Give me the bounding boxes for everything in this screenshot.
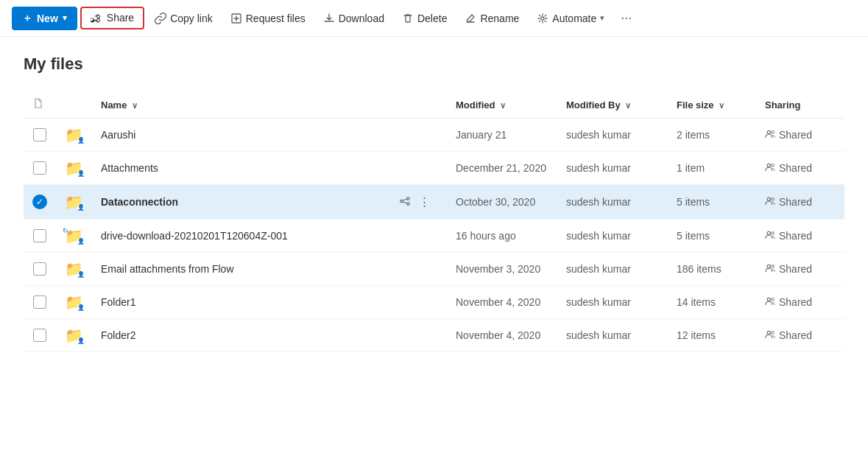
row-name-text: Dataconnection [101,196,178,208]
row-modified-by: sudesh kumar [557,152,668,185]
link-icon [155,12,166,25]
share-button[interactable]: Share [80,7,144,29]
download-button[interactable]: Download [316,7,392,29]
row-file-size: 5 items [668,185,756,220]
more-options-button[interactable]: ··· [615,6,638,30]
file-list: Name ∨ Modified ∨ Modified By ∨ File siz… [24,91,844,352]
row-name-cell[interactable]: Folder2 [92,319,388,352]
svg-line-9 [403,198,406,200]
automate-icon [537,12,548,25]
svg-point-18 [772,298,775,301]
row-sharing: Shared [756,152,844,185]
row-name-cell[interactable]: Email attachments from Flow [92,253,388,286]
table-row[interactable]: ✓ 📁 👤 Dataconnection ⋮ [24,185,844,220]
folder-icon: 📁 👤 [65,326,83,344]
file-size-header-label: File size [677,99,714,111]
row-name-cell[interactable]: Attachments [92,152,388,185]
table-row[interactable]: 📁 👤 Attachments December 21, 2020sudesh … [24,152,844,185]
request-files-button[interactable]: Request files [223,7,313,29]
sharing-people-icon [765,196,775,209]
row-modified-by: sudesh kumar [557,185,668,220]
row-modified: November 4, 2020 [447,319,557,352]
table-row[interactable]: 📁 👤 ↻ drive-download-20210201T120604Z-00… [24,220,844,253]
toolbar: ＋ New ▾ Share Copy link Request f [0,0,868,37]
delete-button[interactable]: Delete [395,7,454,29]
new-button[interactable]: ＋ New ▾ [12,7,77,30]
row-checkbox[interactable] [24,286,56,319]
row-actions-cell: ⋮ [388,185,447,220]
more-icon: ··· [621,10,632,26]
rename-icon [465,12,476,25]
file-size-header[interactable]: File size ∨ [668,91,756,119]
row-checkbox[interactable] [24,253,56,286]
unchecked-icon [33,161,46,175]
row-folder-icon: 📁 👤 [56,152,92,185]
row-modified-by: sudesh kumar [557,319,668,352]
plus-icon: ＋ [22,12,32,25]
delete-label: Delete [417,13,447,24]
svg-point-12 [772,197,775,200]
row-checkbox[interactable]: ✓ [24,185,56,220]
row-file-size: 14 items [668,286,756,319]
row-name-cell[interactable]: Dataconnection [92,185,388,220]
copy-link-button[interactable]: Copy link [147,7,220,29]
automate-label: Automate [552,13,596,24]
row-name-cell[interactable]: Folder1 [92,286,388,319]
row-modified-by: sudesh kumar [557,253,668,286]
row-checkbox[interactable] [24,152,56,185]
svg-point-6 [401,200,403,203]
unchecked-icon [33,262,46,276]
row-name-text: Folder1 [101,296,135,308]
folder-person-icon: 👤 [77,204,85,211]
row-checkbox[interactable] [24,220,56,253]
select-all-header[interactable] [24,91,56,119]
modified-header-label: Modified [456,99,495,111]
row-checkbox[interactable] [24,119,56,152]
row-modified-by: sudesh kumar [557,286,668,319]
sharing-label: Shared [779,196,812,208]
row-sharing: Shared [756,286,844,319]
modified-header[interactable]: Modified ∨ [447,91,557,119]
folder-icon: 📁 👤 [65,193,83,211]
folder-person-icon: 👤 [77,238,85,245]
row-more-button[interactable]: ⋮ [416,192,433,211]
table-row[interactable]: 📁 👤 Folder1 November 4, 2020sudesh kumar… [24,286,844,319]
share-icon [91,12,102,24]
row-checkbox[interactable] [24,319,56,352]
row-modified-by: sudesh kumar [557,220,668,253]
row-name-cell[interactable]: drive-download-20210201T120604Z-001 [92,220,388,253]
sharing-label: Shared [779,230,812,242]
row-file-size: 1 item [668,152,756,185]
table-row[interactable]: 📁 👤 Folder2 November 4, 2020sudesh kumar… [24,319,844,352]
row-modified: December 21, 2020 [447,152,557,185]
table-row[interactable]: 📁 👤 Email attachments from Flow November… [24,253,844,286]
row-folder-icon: 📁 👤 ↻ [56,220,92,253]
unchecked-icon [33,229,46,242]
modified-by-header[interactable]: Modified By ∨ [557,91,668,119]
svg-point-16 [772,265,775,267]
row-modified: November 4, 2020 [447,286,557,319]
file-size-sort-icon: ∨ [719,101,724,110]
unchecked-icon [33,128,46,141]
automate-button[interactable]: Automate ▾ [529,7,612,29]
table-row[interactable]: 📁 👤 Aarushi January 21sudesh kumar2 item… [24,119,844,152]
row-actions-cell [388,253,447,286]
row-folder-icon: 📁 👤 [56,119,92,152]
svg-point-4 [767,164,770,167]
svg-line-10 [403,201,406,203]
page-title: My files [24,55,844,74]
folder-person-icon: 👤 [77,137,85,144]
page-content: My files Name ∨ [0,37,868,370]
sharing-label: Shared [779,263,812,275]
row-name-cell[interactable]: Aarushi [92,119,388,152]
row-folder-icon: 📁 👤 [56,286,92,319]
folder-icon: 📁 👤 [65,159,83,177]
svg-point-1 [541,17,544,20]
row-share-button[interactable] [397,193,413,211]
row-file-size: 2 items [668,119,756,152]
row-sharing: Shared [756,220,844,253]
copy-link-label: Copy link [170,13,213,24]
name-header[interactable]: Name ∨ [92,91,388,119]
sharing-header-label: Sharing [765,99,800,111]
rename-button[interactable]: Rename [457,7,526,29]
